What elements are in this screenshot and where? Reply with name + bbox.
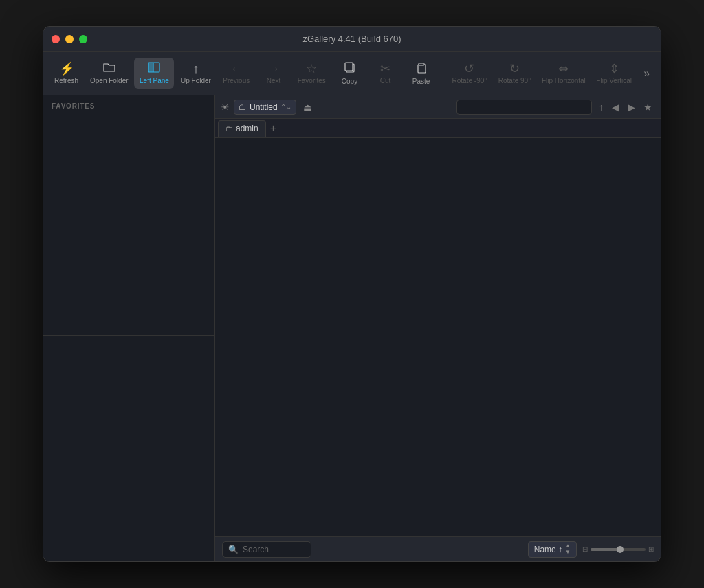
eject-icon[interactable]: ⏏ bbox=[300, 100, 315, 114]
sidebar: FAVORITES bbox=[43, 95, 215, 561]
slider-min-icon: ⊟ bbox=[582, 545, 588, 553]
search-icon: 🔍 bbox=[228, 545, 239, 554]
svg-rect-4 bbox=[345, 63, 353, 71]
path-forward-button[interactable]: ▶ bbox=[625, 100, 638, 114]
cut-button[interactable]: ✂ Cut bbox=[368, 58, 403, 89]
chevron-icon: ⌃⌄ bbox=[280, 103, 292, 111]
cut-icon: ✂ bbox=[380, 63, 390, 75]
left-pane-button[interactable]: Left Pane bbox=[134, 58, 174, 89]
flip-horizontal-button[interactable]: ⇔ Flip Horizontal bbox=[537, 58, 590, 89]
bottom-bar: 🔍 Name ↑ ▲ ▼ ⊟ ⊞ bbox=[215, 536, 661, 561]
search-box[interactable]: 🔍 bbox=[222, 541, 311, 558]
folder-name: Untitled bbox=[250, 102, 278, 112]
tab-folder-icon: 🗀 bbox=[226, 124, 233, 133]
flip-vertical-label: Flip Vertical bbox=[596, 77, 632, 84]
open-folder-icon bbox=[103, 62, 116, 75]
favorites-icon: ☆ bbox=[306, 63, 317, 75]
separator bbox=[443, 60, 443, 87]
favorites-label: FAVORITES bbox=[52, 102, 206, 110]
rotate-left-icon: ↺ bbox=[464, 63, 474, 75]
tab-label: admin bbox=[236, 124, 258, 133]
refresh-label: Refresh bbox=[54, 77, 78, 84]
slider-max-icon: ⊞ bbox=[648, 545, 654, 553]
flip-horizontal-icon: ⇔ bbox=[558, 63, 569, 75]
copy-button[interactable]: Copy bbox=[333, 57, 367, 89]
tabs-row: 🗀 admin + bbox=[215, 119, 661, 138]
svg-rect-5 bbox=[418, 65, 426, 73]
refresh-icon: ⚡ bbox=[59, 63, 74, 75]
window-controls bbox=[52, 35, 87, 43]
rotate-right-icon: ↻ bbox=[509, 63, 520, 75]
toolbar: ⚡ Refresh Open Folder Left Pane ↑ bbox=[43, 52, 661, 95]
main-content: FAVORITES ☀ 🗀 Untitled ⌃⌄ ⏏ ↑ bbox=[43, 95, 661, 561]
main-window: zGallery 4.41 (Build 670) ⚡ Refresh Open… bbox=[43, 26, 661, 562]
flip-vertical-button[interactable]: ⇕ Flip Vertical bbox=[591, 58, 637, 89]
size-slider[interactable]: ⊟ ⊞ bbox=[582, 545, 654, 553]
cut-label: Cut bbox=[380, 77, 391, 84]
path-star-button[interactable]: ★ bbox=[641, 100, 655, 114]
folder-dropdown[interactable]: 🗀 Untitled ⌃⌄ bbox=[234, 100, 296, 115]
copy-icon bbox=[344, 61, 356, 76]
path-back-button[interactable]: ◀ bbox=[609, 100, 622, 114]
path-controls: ↑ ◀ ▶ ★ bbox=[596, 100, 655, 114]
paste-icon bbox=[415, 61, 428, 76]
sidebar-preview-panel bbox=[43, 336, 214, 562]
slider-thumb[interactable] bbox=[617, 546, 624, 553]
left-pane-label: Left Pane bbox=[140, 77, 169, 84]
paste-button[interactable]: Paste bbox=[404, 57, 439, 89]
toolbar-overflow[interactable]: » bbox=[638, 63, 655, 84]
minimize-button[interactable] bbox=[65, 35, 74, 43]
titlebar: zGallery 4.41 (Build 670) bbox=[43, 27, 661, 52]
up-folder-label: Up Folder bbox=[181, 77, 211, 84]
sort-dropdown[interactable]: Name ↑ ▲ ▼ bbox=[528, 541, 577, 558]
rotate-left-button[interactable]: ↺ Rotate -90° bbox=[447, 58, 492, 89]
flip-horizontal-label: Flip Horizontal bbox=[542, 77, 586, 84]
path-bar: ☀ 🗀 Untitled ⌃⌄ ⏏ ↑ ◀ ▶ ★ bbox=[215, 95, 661, 119]
slider-track[interactable] bbox=[591, 548, 646, 551]
favorites-panel: FAVORITES bbox=[43, 95, 214, 336]
path-spinner-icon: ☀ bbox=[221, 102, 230, 113]
search-input[interactable] bbox=[243, 545, 305, 554]
right-pane: ☀ 🗀 Untitled ⌃⌄ ⏏ ↑ ◀ ▶ ★ bbox=[215, 95, 661, 561]
sort-chevrons: ▲ ▼ bbox=[565, 543, 571, 555]
rotate-right-button[interactable]: ↻ Rotate 90° bbox=[493, 58, 536, 89]
slider-fill bbox=[591, 548, 618, 551]
open-folder-button[interactable]: Open Folder bbox=[85, 58, 133, 89]
file-area[interactable] bbox=[215, 138, 661, 536]
path-search-bar bbox=[456, 100, 592, 115]
previous-label: Previous bbox=[223, 77, 250, 84]
sort-label: Name ↑ bbox=[534, 545, 562, 554]
left-pane-icon bbox=[148, 62, 160, 75]
favorites-button[interactable]: ☆ Favorites bbox=[292, 58, 331, 89]
tab-admin[interactable]: 🗀 admin bbox=[218, 120, 266, 137]
up-folder-button[interactable]: ↑ Up Folder bbox=[175, 58, 216, 89]
refresh-button[interactable]: ⚡ Refresh bbox=[49, 58, 84, 89]
paste-label: Paste bbox=[412, 78, 430, 85]
previous-button[interactable]: ← Previous bbox=[217, 58, 255, 89]
folder-icon: 🗀 bbox=[239, 102, 247, 112]
app-title: zGallery 4.41 (Build 670) bbox=[302, 34, 401, 44]
close-button[interactable] bbox=[52, 35, 60, 43]
path-up-button[interactable]: ↑ bbox=[596, 100, 606, 114]
flip-vertical-icon: ⇕ bbox=[609, 63, 619, 75]
up-folder-icon: ↑ bbox=[192, 63, 199, 75]
favorites-label: Favorites bbox=[298, 77, 326, 84]
previous-icon: ← bbox=[230, 63, 243, 75]
next-label: Next bbox=[267, 77, 281, 84]
open-folder-label: Open Folder bbox=[90, 77, 129, 84]
svg-rect-1 bbox=[148, 63, 153, 72]
tab-add-button[interactable]: + bbox=[266, 123, 280, 134]
next-button[interactable]: → Next bbox=[256, 58, 291, 89]
copy-label: Copy bbox=[342, 78, 358, 85]
svg-rect-6 bbox=[419, 63, 424, 65]
rotate-right-label: Rotate 90° bbox=[498, 77, 531, 84]
next-icon: → bbox=[267, 63, 280, 75]
maximize-button[interactable] bbox=[79, 35, 87, 43]
rotate-left-label: Rotate -90° bbox=[452, 77, 487, 84]
